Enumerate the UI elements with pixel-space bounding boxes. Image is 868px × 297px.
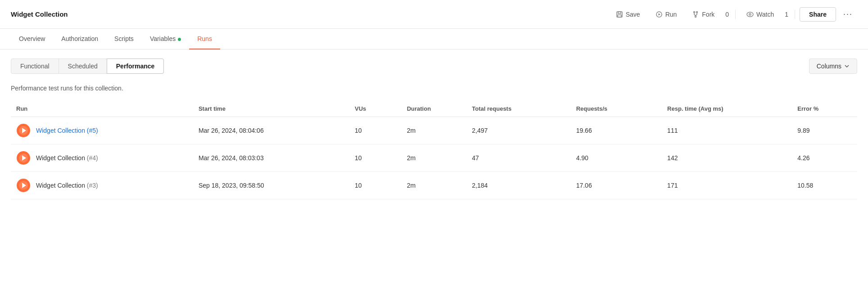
table-row: Widget Collection (#4)Mar 26, 2024, 08:0… xyxy=(11,144,857,172)
requests-per-sec-cell: 19.66 xyxy=(571,117,662,144)
error-pct-cell: 4.26 xyxy=(792,144,857,172)
svg-point-5 xyxy=(694,11,695,13)
tabs-nav: Overview Authorization Scripts Variables… xyxy=(0,29,868,50)
col-start-time: Start time xyxy=(193,101,349,117)
requests-per-sec-cell: 4.90 xyxy=(571,144,662,172)
start-time-cell: Mar 26, 2024, 08:03:03 xyxy=(193,144,349,172)
run-avatar-icon xyxy=(16,151,31,165)
run-label: Run xyxy=(665,11,677,18)
svg-rect-2 xyxy=(618,15,621,17)
run-avatar-icon xyxy=(16,123,31,138)
divider2 xyxy=(795,10,795,19)
tab-variables[interactable]: Variables xyxy=(142,29,189,50)
run-name: Widget Collection (#4) xyxy=(36,154,98,162)
fork-count: 0 xyxy=(723,11,731,18)
svg-point-7 xyxy=(695,16,696,17)
fork-label: Fork xyxy=(702,11,714,18)
tab-authorization[interactable]: Authorization xyxy=(53,29,106,50)
collection-title: Widget Collection xyxy=(11,10,68,18)
run-button[interactable]: Run xyxy=(649,8,683,21)
duration-cell: 2m xyxy=(402,144,467,172)
watch-label: Watch xyxy=(756,11,774,18)
watch-button[interactable]: Watch xyxy=(740,8,780,21)
svg-marker-4 xyxy=(658,13,660,15)
main-content: Functional Scheduled Performance Columns… xyxy=(0,50,868,208)
total-requests-cell: 47 xyxy=(466,144,570,172)
run-name-link[interactable]: Widget Collection (#5) xyxy=(36,127,98,134)
total-requests-cell: 2,497 xyxy=(466,117,570,144)
tab-scripts[interactable]: Scripts xyxy=(106,29,142,50)
tab-runs[interactable]: Runs xyxy=(189,29,220,50)
table-row: Widget Collection (#3)Sep 18, 2023, 09:5… xyxy=(11,172,857,199)
svg-point-9 xyxy=(749,14,751,15)
save-label: Save xyxy=(626,11,640,18)
resp-time-cell: 111 xyxy=(662,117,792,144)
chevron-down-icon xyxy=(844,63,850,69)
run-name: Widget Collection (#3) xyxy=(36,182,98,189)
sub-tab-functional[interactable]: Functional xyxy=(11,58,59,74)
fork-button[interactable]: Fork xyxy=(686,8,721,21)
table-header-row: Run Start time VUs Duration Total reques… xyxy=(11,101,857,117)
columns-label: Columns xyxy=(817,63,841,70)
watch-icon xyxy=(746,11,754,18)
table-row: Widget Collection (#5)Mar 26, 2024, 08:0… xyxy=(11,117,857,144)
tab-overview[interactable]: Overview xyxy=(11,29,53,50)
sub-tab-scheduled[interactable]: Scheduled xyxy=(59,58,107,74)
watch-count: 1 xyxy=(783,11,790,18)
col-vus: VUs xyxy=(349,101,402,117)
fork-icon xyxy=(692,11,699,18)
runs-table: Run Start time VUs Duration Total reques… xyxy=(11,101,857,199)
error-pct-cell: 9.89 xyxy=(792,117,857,144)
share-button[interactable]: Share xyxy=(800,7,836,22)
col-duration: Duration xyxy=(402,101,467,117)
run-avatar-icon xyxy=(16,178,31,193)
sub-tab-performance[interactable]: Performance xyxy=(107,58,164,74)
resp-time-cell: 142 xyxy=(662,144,792,172)
share-label: Share xyxy=(809,11,827,18)
duration-cell: 2m xyxy=(402,172,467,199)
header: Widget Collection Save Run Fork xyxy=(0,0,868,29)
page-description: Performance test runs for this collectio… xyxy=(11,85,857,92)
more-icon: ··· xyxy=(843,9,853,19)
col-run: Run xyxy=(11,101,193,117)
vus-cell: 10 xyxy=(349,144,402,172)
variables-dot xyxy=(178,38,181,41)
columns-button[interactable]: Columns xyxy=(809,58,857,74)
col-requests-per-sec: Requests/s xyxy=(571,101,662,117)
duration-cell: 2m xyxy=(402,117,467,144)
col-error-pct: Error % xyxy=(792,101,857,117)
svg-point-6 xyxy=(696,11,698,13)
more-button[interactable]: ··· xyxy=(839,6,857,22)
col-resp-time: Resp. time (Avg ms) xyxy=(662,101,792,117)
total-requests-cell: 2,184 xyxy=(466,172,570,199)
requests-per-sec-cell: 17.06 xyxy=(571,172,662,199)
error-pct-cell: 10.58 xyxy=(792,172,857,199)
run-icon xyxy=(656,11,663,18)
resp-time-cell: 171 xyxy=(662,172,792,199)
divider xyxy=(735,10,736,19)
sub-tabs-row: Functional Scheduled Performance Columns xyxy=(11,58,857,74)
svg-point-8 xyxy=(747,12,753,17)
vus-cell: 10 xyxy=(349,117,402,144)
col-total-requests: Total requests xyxy=(466,101,570,117)
save-icon xyxy=(616,11,623,18)
start-time-cell: Sep 18, 2023, 09:58:50 xyxy=(193,172,349,199)
sub-tabs-left: Functional Scheduled Performance xyxy=(11,58,163,74)
vus-cell: 10 xyxy=(349,172,402,199)
svg-rect-1 xyxy=(618,12,621,14)
start-time-cell: Mar 26, 2024, 08:04:06 xyxy=(193,117,349,144)
save-button[interactable]: Save xyxy=(610,8,646,21)
header-actions: Save Run Fork 0 Watch xyxy=(610,6,857,22)
